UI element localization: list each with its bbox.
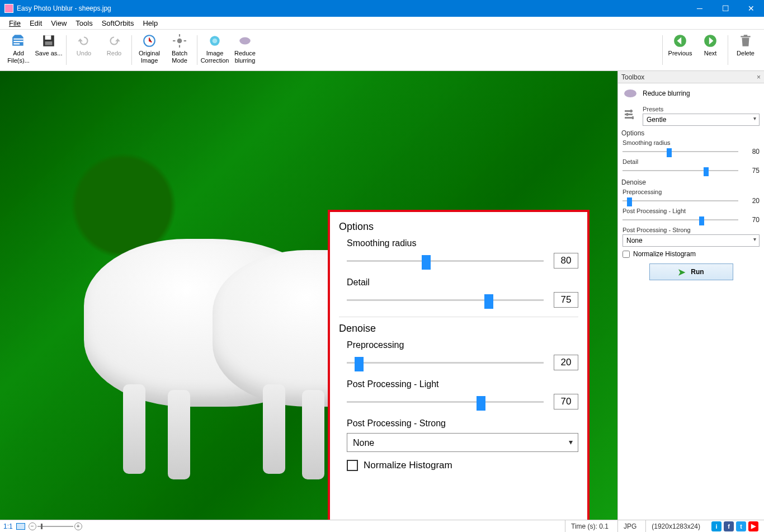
redo-icon xyxy=(106,33,122,49)
tb-smoothing-value: 80 xyxy=(743,148,760,156)
detail-value[interactable]: 75 xyxy=(554,292,578,308)
pplight-slider[interactable] xyxy=(347,396,544,407)
menu-help[interactable]: Help xyxy=(138,18,162,29)
save-icon xyxy=(41,33,56,49)
image-correction-button[interactable]: Image Correction xyxy=(200,32,230,65)
svg-rect-6 xyxy=(179,45,180,48)
tb-pplight-slider[interactable] xyxy=(622,215,738,224)
svg-rect-16 xyxy=(625,114,633,115)
options-section: Options xyxy=(621,129,760,137)
svg-rect-19 xyxy=(626,113,628,116)
preprocessing-slider[interactable] xyxy=(347,357,544,368)
status-dimensions: (1920x1283x24) xyxy=(645,520,706,532)
fit-icon[interactable] xyxy=(16,523,25,530)
previous-button[interactable]: Previous xyxy=(665,32,695,58)
sparkle-icon xyxy=(207,33,223,49)
next-button[interactable]: Next xyxy=(695,32,725,58)
svg-point-10 xyxy=(213,39,218,44)
menu-bar: File Edit View Tools SoftOrbits Help xyxy=(0,17,764,30)
add-files-button[interactable]: Add File(s)... xyxy=(3,32,34,65)
checkbox-icon xyxy=(347,460,358,471)
batch-mode-button[interactable]: Batch Mode xyxy=(164,32,195,65)
tb-pplight-value: 70 xyxy=(743,216,760,224)
preprocessing-label: Preprocessing xyxy=(347,340,578,350)
trash-icon xyxy=(738,33,753,49)
tb-ppstrong-select[interactable]: None xyxy=(622,234,760,247)
arrow-right-icon xyxy=(702,33,718,49)
tb-smoothing-label: Smoothing radius xyxy=(622,139,760,146)
menu-file[interactable]: File xyxy=(4,18,25,29)
original-image-button[interactable]: Original Image xyxy=(134,32,164,65)
ppstrong-select[interactable]: None xyxy=(347,433,578,452)
tb-preprocessing-slider[interactable] xyxy=(622,196,738,205)
maximize-button[interactable]: ☐ xyxy=(713,0,738,17)
svg-point-14 xyxy=(624,90,636,97)
add-files-icon xyxy=(11,33,26,49)
svg-point-4 xyxy=(177,39,182,44)
denoise-heading: Denoise xyxy=(339,323,578,335)
menu-view[interactable]: View xyxy=(46,18,71,29)
gear-icon xyxy=(172,33,187,49)
svg-rect-18 xyxy=(630,110,632,112)
close-button[interactable]: ✕ xyxy=(738,0,764,17)
toolbox-panel: Toolbox × Reduce blurring Presets Gentle… xyxy=(617,71,764,520)
svg-rect-1 xyxy=(45,35,51,40)
tb-normalize-checkbox[interactable]: Normalize Histogram xyxy=(622,250,760,258)
toolbox-close-icon[interactable]: × xyxy=(757,73,761,81)
save-as-button[interactable]: Save as... xyxy=(34,32,64,65)
menu-softorbits[interactable]: SoftOrbits xyxy=(97,18,139,29)
main-area: Options Smoothing radius 80 Detail 75 De… xyxy=(0,71,764,520)
svg-rect-8 xyxy=(184,40,186,41)
denoise-section: Denoise xyxy=(621,178,760,186)
redo-button[interactable]: Redo xyxy=(99,32,129,58)
detail-slider[interactable] xyxy=(347,294,544,305)
options-heading: Options xyxy=(339,221,578,233)
tb-pplight-label: Post Processing - Light xyxy=(622,208,760,214)
blur-icon xyxy=(622,87,638,100)
status-time: Time (s): 0.1 xyxy=(565,520,614,532)
zoom-in-button[interactable]: + xyxy=(74,522,82,530)
tb-detail-slider[interactable] xyxy=(622,166,738,175)
toolbox-header: Toolbox × xyxy=(618,71,764,83)
tb-preprocessing-value: 20 xyxy=(743,197,760,205)
undo-button[interactable]: Undo xyxy=(69,32,99,58)
blur-icon xyxy=(237,33,253,49)
tb-preprocessing-label: Preprocessing xyxy=(622,189,760,195)
pplight-value[interactable]: 70 xyxy=(554,394,578,409)
tb-ppstrong-label: Post Processing - Strong xyxy=(622,227,760,233)
menu-edit[interactable]: Edit xyxy=(25,18,46,29)
facebook-icon[interactable]: f xyxy=(724,521,734,531)
menu-tools[interactable]: Tools xyxy=(71,18,97,29)
twitter-icon[interactable]: t xyxy=(736,521,746,531)
run-arrow-icon: ➤ xyxy=(678,267,685,277)
reduce-blurring-button[interactable]: Reduce blurring xyxy=(230,32,260,65)
options-callout: Options Smoothing radius 80 Detail 75 De… xyxy=(328,210,589,520)
svg-rect-20 xyxy=(632,116,634,119)
status-format: JPG xyxy=(617,520,642,532)
minimize-button[interactable]: ─ xyxy=(687,0,713,17)
presets-select[interactable]: Gentle xyxy=(643,114,760,126)
arrow-left-icon xyxy=(672,33,688,49)
delete-button[interactable]: Delete xyxy=(730,32,761,58)
zoom-slider[interactable]: − + xyxy=(29,522,82,530)
ppstrong-label: Post Processing - Strong xyxy=(347,418,578,429)
image-canvas[interactable]: Options Smoothing radius 80 Detail 75 De… xyxy=(0,71,617,520)
detail-label: Detail xyxy=(347,277,578,288)
checkbox-input[interactable] xyxy=(622,251,630,258)
preprocessing-value[interactable]: 20 xyxy=(554,355,578,370)
title-bar: Easy Photo Unblur - sheeps.jpg ─ ☐ ✕ xyxy=(0,0,764,17)
info-icon[interactable]: i xyxy=(711,521,721,531)
youtube-icon[interactable]: ▶ xyxy=(748,521,758,531)
clock-icon xyxy=(142,33,157,49)
smoothing-slider[interactable] xyxy=(347,255,544,266)
toolbox-title: Reduce blurring xyxy=(643,90,690,97)
run-button[interactable]: ➤ Run xyxy=(649,263,733,280)
normalize-checkbox[interactable]: Normalize Histogram xyxy=(347,460,578,471)
zoom-ratio[interactable]: 1:1 xyxy=(3,522,13,530)
svg-rect-17 xyxy=(625,117,633,119)
window-title: Easy Photo Unblur - sheeps.jpg xyxy=(17,4,687,12)
zoom-out-button[interactable]: − xyxy=(29,522,36,530)
smoothing-value[interactable]: 80 xyxy=(554,253,578,269)
tb-smoothing-slider[interactable] xyxy=(622,147,738,156)
app-icon xyxy=(4,4,13,13)
